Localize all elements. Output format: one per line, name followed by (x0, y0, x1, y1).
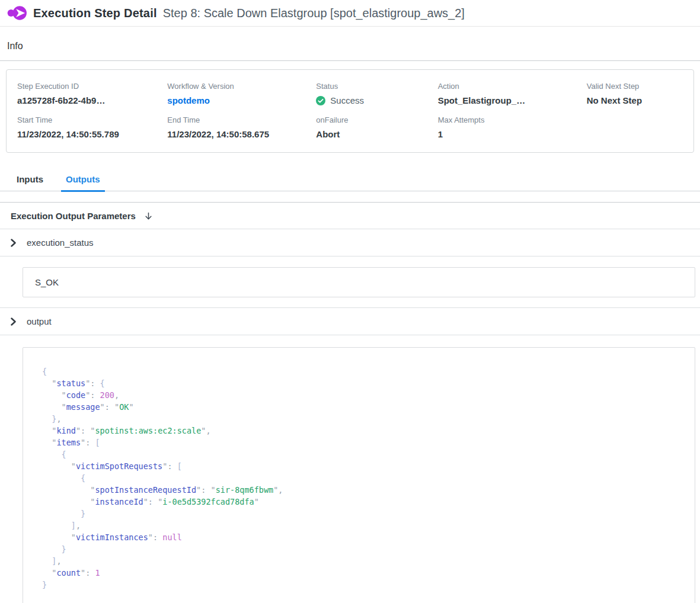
divider (0, 60, 700, 61)
field-value: a125728f-6b22-4b9… (17, 95, 167, 105)
chevron-right-icon (10, 317, 17, 326)
chevron-right-icon (10, 239, 17, 247)
field-label: Action (438, 82, 587, 91)
info-panel: Step Execution ID a125728f-6b22-4b9… Wor… (6, 69, 694, 153)
tab-outputs[interactable]: Outputs (61, 168, 105, 192)
field-value: Spot_Elastigroup_… (438, 95, 587, 105)
page-subtitle: Step 8: Scale Down Elastgroup [spot_elas… (163, 7, 465, 20)
field-label: Valid Next Step (587, 82, 693, 91)
param-name: output (27, 316, 52, 326)
param-row-execution-status[interactable]: execution_status (0, 229, 700, 256)
field-on-failure: onFailure Abort (316, 116, 437, 139)
field-value: 11/23/2022, 14:50:58.675 (167, 129, 316, 139)
param-row-output[interactable]: output (0, 308, 700, 335)
outputs-section-title: Execution Output Parameters (11, 211, 136, 221)
status-badge: Success (316, 95, 437, 105)
status-text: Success (330, 95, 364, 105)
info-fields-grid: Step Execution ID a125728f-6b22-4b9… Wor… (17, 82, 693, 139)
success-check-icon (316, 96, 325, 105)
field-action: Action Spot_Elastigroup_… (438, 82, 587, 106)
tab-bar: Inputs Outputs (0, 168, 700, 191)
field-start-time: Start Time 11/23/2022, 14:50:55.789 (17, 116, 167, 139)
field-max-attempts: Max Attempts 1 (438, 116, 587, 139)
field-value: No Next Step (587, 95, 693, 105)
tab-inputs[interactable]: Inputs (12, 168, 48, 192)
workflow-link[interactable]: spotdemo (167, 95, 210, 105)
field-label: Start Time (17, 116, 167, 124)
field-label: onFailure (316, 116, 437, 124)
field-value: 1 (438, 129, 587, 139)
app-header: Execution Step Detail Step 8: Scale Down… (0, 0, 700, 27)
page-title: Execution Step Detail (33, 7, 157, 20)
param-name: execution_status (27, 238, 94, 248)
expand-all-arrow-icon[interactable] (144, 211, 153, 221)
field-value: 11/23/2022, 14:50:55.789 (17, 129, 167, 139)
field-step-execution-id: Step Execution ID a125728f-6b22-4b9… (17, 82, 167, 106)
execution-status-value-box: S_OK (23, 267, 695, 297)
field-value: Abort (316, 129, 437, 139)
output-code: { "status": { "code": 200, "message": "O… (23, 347, 695, 603)
divider (0, 256, 700, 256)
field-label: Max Attempts (438, 116, 587, 124)
field-label: Step Execution ID (17, 82, 167, 91)
spot-logo-icon (7, 4, 27, 22)
field-label: Workflow & Version (167, 82, 316, 91)
field-label: End Time (167, 116, 316, 124)
field-valid-next-step: Valid Next Step No Next Step (587, 82, 693, 106)
outputs-section-header: Execution Output Parameters (0, 203, 700, 229)
spacer (0, 191, 700, 202)
divider (0, 335, 700, 335)
field-workflow-version: Workflow & Version spotdemo (167, 82, 316, 106)
info-section-title: Info (7, 41, 700, 52)
field-label: Status (316, 82, 437, 91)
field-end-time: End Time 11/23/2022, 14:50:58.675 (167, 116, 316, 139)
field-status: Status Success (316, 82, 437, 106)
